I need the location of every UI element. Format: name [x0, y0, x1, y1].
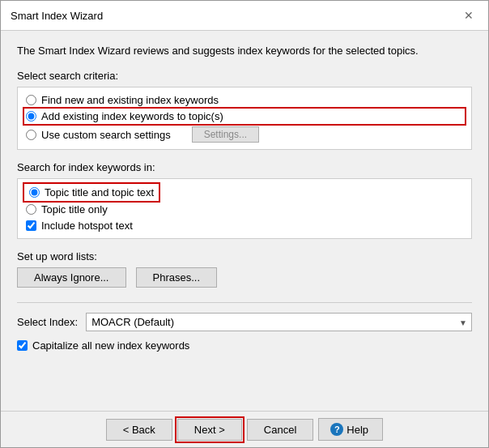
radio-topic-title-only: Topic title only — [26, 203, 463, 215]
radio-find-new-input[interactable] — [26, 95, 36, 105]
radio-add-existing-input[interactable] — [26, 111, 36, 122]
next-button[interactable]: Next > — [177, 419, 242, 441]
title-bar: Smart Index Wizard ✕ — [1, 1, 488, 31]
help-icon: ? — [330, 423, 343, 436]
help-button[interactable]: ? Help — [318, 418, 383, 441]
dialog-body: The Smart Index Wizard reviews and sugge… — [1, 31, 488, 411]
search-in-group: Topic title and topic text Topic title o… — [17, 178, 472, 239]
select-index-label: Select Index: — [17, 316, 78, 328]
word-lists-label: Set up word lists: — [17, 250, 472, 262]
radio-custom-settings: Use custom search settings Settings... — [26, 126, 463, 143]
search-criteria-group: Find new and existing index keywords Add… — [17, 87, 472, 150]
radio-find-new-label[interactable]: Find new and existing index keywords — [41, 94, 219, 106]
word-lists-section: Set up word lists: Always Ignore... Phra… — [17, 250, 472, 288]
radio-custom-settings-input[interactable] — [26, 130, 36, 140]
radio-add-existing: Add existing index keywords to topic(s) — [26, 110, 463, 122]
dialog-footer: < Back Next > Cancel ? Help — [1, 411, 488, 447]
radio-topic-title-text-input[interactable] — [29, 187, 40, 198]
radio-custom-settings-label[interactable]: Use custom search settings — [41, 129, 171, 141]
search-radio-highlighted-wrapper: Topic title and topic text — [26, 186, 157, 199]
radio-find-new: Find new and existing index keywords — [26, 94, 463, 106]
help-label: Help — [347, 424, 368, 436]
intro-text: The Smart Index Wizard reviews and sugge… — [17, 44, 472, 58]
select-index-wrapper: MOACR (Default) — [86, 313, 472, 331]
dialog-title: Smart Index Wizard — [11, 10, 103, 22]
radio-topic-title-text-label[interactable]: Topic title and topic text — [45, 186, 154, 198]
select-index-row: Select Index: MOACR (Default) — [17, 313, 472, 331]
cancel-button[interactable]: Cancel — [247, 419, 313, 441]
close-button[interactable]: ✕ — [459, 7, 478, 23]
search-criteria-label: Select search criteria: — [17, 70, 472, 82]
capitalize-checkbox[interactable] — [17, 340, 28, 351]
back-button[interactable]: < Back — [106, 419, 172, 441]
capitalize-label[interactable]: Capitalize all new index keywords — [32, 339, 189, 352]
radio-add-existing-label[interactable]: Add existing index keywords to topic(s) — [41, 110, 223, 122]
capitalize-row: Capitalize all new index keywords — [17, 339, 472, 352]
select-index-dropdown[interactable]: MOACR (Default) — [86, 313, 472, 331]
settings-button[interactable]: Settings... — [192, 126, 259, 143]
include-hotspot-checkbox[interactable] — [26, 220, 36, 231]
radio-topic-title-only-label[interactable]: Topic title only — [41, 203, 108, 215]
include-hotspot-row: Include hotspot text — [26, 220, 463, 232]
include-hotspot-label[interactable]: Include hotspot text — [41, 220, 133, 232]
radio-topic-title-text: Topic title and topic text — [26, 186, 463, 199]
radio-topic-title-only-input[interactable] — [26, 204, 36, 215]
always-ignore-button[interactable]: Always Ignore... — [17, 267, 126, 288]
phrases-button[interactable]: Phrases... — [136, 267, 218, 288]
smart-index-wizard-dialog: Smart Index Wizard ✕ The Smart Index Wiz… — [0, 0, 489, 448]
divider — [17, 302, 472, 303]
word-list-buttons: Always Ignore... Phrases... — [17, 267, 472, 288]
search-in-label: Search for index keywords in: — [17, 161, 472, 173]
